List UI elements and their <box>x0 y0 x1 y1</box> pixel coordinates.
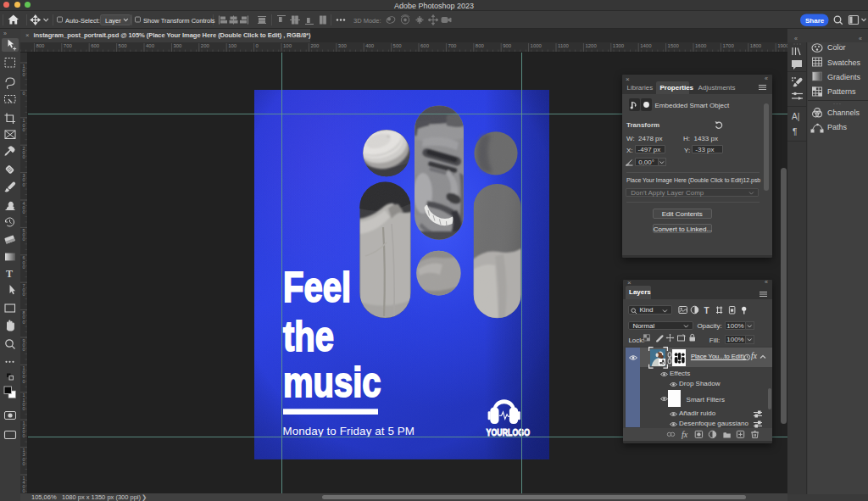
svg-text:the: the <box>283 313 334 360</box>
svg-text:A|: A| <box>792 112 799 121</box>
svg-text:fx: fx <box>682 430 688 439</box>
svg-text:music: music <box>283 359 381 406</box>
svg-text:¶: ¶ <box>793 127 797 136</box>
svg-text:T: T <box>6 268 13 280</box>
svg-text:T: T <box>704 306 709 315</box>
svg-text:Feel: Feel <box>283 264 351 311</box>
svg-text:Monday to Friday at 5 PM: Monday to Friday at 5 PM <box>282 425 415 437</box>
